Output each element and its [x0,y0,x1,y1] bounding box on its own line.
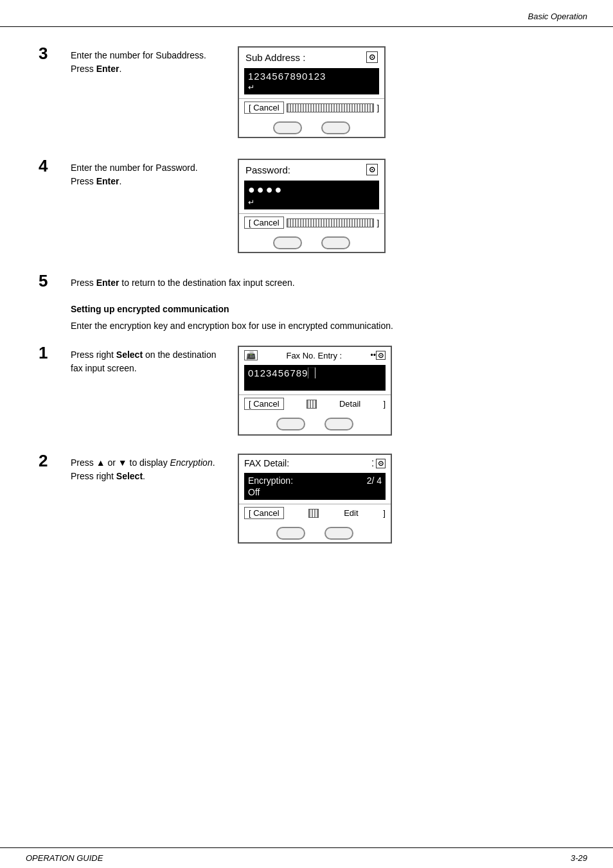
step-4-lcd-input-text: ●●●● [248,183,375,197]
step-4-lcd-input-area: ●●●● ↵ [244,181,379,209]
step-3-lcd-title: Sub Address : [245,52,305,63]
sub-step-1-physical-buttons [239,412,391,433]
step-3-number: 3 [39,44,71,64]
step-4-physical-buttons [239,231,384,252]
step-3-cancel-btn: [ Cancel [244,102,284,114]
step-4-lcd-screen: Password: ⊙ ●●●● ↵ [ Cancel ] [238,159,386,253]
sub-step-1-lcd-input-text: 0123456789█ [248,368,382,378]
sub-step-1-lcd-input-area: 0123456789█ [244,365,386,391]
sub-step-2-lcd-input-area: Encryption: 2/ 4 Off [244,473,386,500]
sub-step-2-row1: Encryption: 2/ 4 [248,475,382,486]
step-4-lcd-title: Password: [245,164,290,175]
sub-step-2-italic: Encryption [170,457,213,468]
sub-step-2-lcd-screen: FAX Detail: ⁚ ⊙ Encryption: 2/ 4 Off [ C… [238,454,392,544]
sub-step-2-row2: Off [248,487,382,497]
step-4-phys-btn-left [273,236,302,249]
sub-step-2-row: 2 Press ▲ or ▼ to display Encryption. Pr… [39,454,574,544]
step-4-phys-btn-right [321,236,350,249]
sub-step-1-btn-fill [306,400,317,409]
sub-step-2-lcd-icon: ⊙ [376,459,386,468]
sub-step-1-select-bold: Select [116,350,143,360]
sub-step-2-edit-btn: Edit [344,508,358,518]
sub-step-2-phys-btn-right [324,527,353,540]
step-3-phys-btn-left [273,121,302,134]
sub-step-2-text: Press ▲ or ▼ to display Encryption. Pres… [71,454,238,483]
sub-step-2-btn-fill [308,509,319,518]
sub-step-2-phys-btn-left [276,527,305,540]
page-footer: OPERATION GUIDE 3-29 [0,847,613,868]
step-4-btn-fill [287,218,375,227]
step-3-row: 3 Enter the number for Subaddress. Press… [39,46,574,138]
sub-step-2-colon: ⁚ [371,459,374,468]
step-3-text: Enter the number for Subaddress. Press E… [71,46,238,76]
step-3-phys-btn-right [321,121,350,134]
step-4-lcd-buttons-row: [ Cancel ] [239,213,384,231]
sub-step-1-lcd-screen: 📠 Fax No. Entry : ••⊙ 0123456789█ [ Canc… [238,346,392,436]
page-header: Basic Operation [0,0,613,27]
subsection-title: Setting up encrypted communication [71,304,574,314]
sub-step-1-cancel-btn: [ Cancel [244,398,284,410]
step-3-lcd-input-area: 1234567890123 ↵ [244,68,379,94]
sub-step-1-lcd-title-bar: 📠 Fax No. Entry : ••⊙ [239,347,391,362]
step-5-row: 5 Press Enter to return to the destinati… [39,274,574,291]
sub-step-2-physical-buttons [239,522,391,542]
step-3-enter-bold: Enter [96,64,120,74]
sub-step-1-lcd-title-icon: 📠 [244,350,258,360]
step-3-lcd-screen: Sub Address : ⊙ 1234567890123 ↵ [ Cancel… [238,46,386,138]
step-5-text: Press Enter to return to the destination… [71,274,392,290]
sub-step-1-phys-btn-left [276,418,305,430]
sub-step-2-lcd-title: FAX Detail: [244,458,289,468]
step-5-number: 5 [39,271,71,291]
sub-step-2-select-bold: Select [116,471,143,481]
step-3-lcd-cursor: ↵ [248,83,375,92]
sub-step-2-row1-label: Encryption: [248,475,293,486]
sub-step-1-lcd-suffix: ••⊙ [371,351,386,360]
step-3-instruction-line2: Press Enter. [71,64,121,74]
step-3-lcd-buttons-row: [ Cancel ] [239,98,384,116]
sub-step-2-lcd-icon-area: ⁚ ⊙ [371,459,386,468]
sub-step-2-lcd-title-bar: FAX Detail: ⁚ ⊙ [239,455,391,470]
sub-step-1-lcd-title: Fax No. Entry : [286,351,342,360]
step-3-physical-buttons [239,116,384,137]
sub-step-2-bracket-r: ] [383,508,386,518]
sub-step-2-row2-label: Off [248,487,260,497]
step-4-enter-bold: Enter [96,176,120,186]
header-title: Basic Operation [528,12,588,21]
step-4-row: 4 Enter the number for Password. Press E… [39,159,574,253]
footer-left: OPERATION GUIDE [26,853,103,863]
sub-step-1-text: Press right Select on the destination fa… [71,346,238,375]
step-3-lcd-title-bar: Sub Address : ⊙ [239,48,384,66]
step-3-lcd-input-text: 1234567890123 [248,71,375,82]
step-3-btn-fill [287,103,375,112]
step-4-lcd-icon: ⊙ [366,164,378,175]
sub-step-1-detail-btn: Detail [339,399,360,409]
sub-step-1-number: 1 [39,343,71,363]
step-5-enter-bold: Enter [96,278,120,288]
step-4-lcd-cursor: ↵ [248,198,375,207]
step-4-instruction-line2: Press Enter. [71,176,121,186]
step-4-number: 4 [39,156,71,176]
sub-step-1-bracket-r: ] [383,399,386,409]
step-4-btn-bracket-r: ] [377,218,379,227]
main-content: 3 Enter the number for Subaddress. Press… [0,27,613,587]
subsection-encrypted: Setting up encrypted communication Enter… [39,304,574,333]
subsection-body: Enter the encryption key and encryption … [71,319,574,333]
sub-step-2-lcd-buttons-row: [ Cancel Edit ] [239,504,391,522]
step-3-lcd-icon: ⊙ [366,51,378,63]
step-3-btn-bracket-r: ] [377,103,379,112]
sub-step-1-phys-btn-right [324,418,353,430]
sub-step-2-row1-value: 2/ 4 [367,475,382,486]
sub-step-2-instruction: Press ▲ or ▼ to display Encryption. Pres… [71,457,215,481]
sub-step-2-cancel-btn: [ Cancel [244,507,284,519]
step-4-text: Enter the number for Password. Press Ent… [71,159,238,188]
step-4-cancel-btn: [ Cancel [244,217,284,229]
sub-step-2-number: 2 [39,451,71,471]
step-5-instruction: Press Enter to return to the destination… [71,278,295,288]
step-4-lcd-title-bar: Password: ⊙ [239,160,384,178]
sub-step-1-instruction: Press right Select on the destination fa… [71,350,216,373]
step-3-instruction-line1: Enter the number for Subaddress. [71,50,206,60]
sub-step-1-row: 1 Press right Select on the destination … [39,346,574,436]
step-4-instruction-line1: Enter the number for Password. [71,163,198,173]
sub-step-1-lcd-buttons-row: [ Cancel Detail ] [239,394,391,412]
footer-right: 3-29 [571,853,587,863]
